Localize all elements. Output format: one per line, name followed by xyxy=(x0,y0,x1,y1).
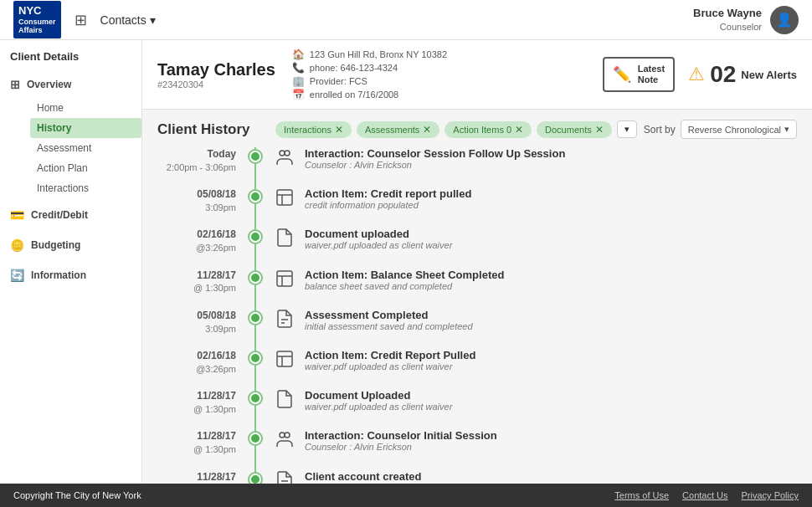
sidebar-item-overview[interactable]: ⊞ Overview xyxy=(0,71,141,98)
svg-point-14 xyxy=(285,433,290,438)
timeline-item: 11/28/17@ 1:30pm Document Uploaded waive… xyxy=(157,389,797,416)
event-content: Interaction: Counselor Initial Session C… xyxy=(261,429,797,454)
sidebar-item-information[interactable]: 🔄 Information xyxy=(0,262,141,289)
sidebar-sub-items-overview: Home History Assessment Action Plan Inte… xyxy=(0,98,141,198)
event-subtitle: initial assessment saved and completeed xyxy=(305,321,473,331)
timeline-item: 05/08/183:09pm Action Item: Credit repor… xyxy=(157,187,797,214)
client-phone-row: 📞 phone: 646-123-4324 xyxy=(292,62,447,74)
client-enrolled-row: 📅 enrolled on 7/16/2008 xyxy=(292,89,447,100)
avatar[interactable]: 👤 xyxy=(770,6,799,34)
event-content: Assessment Completed initial assessment … xyxy=(261,309,797,334)
event-title: Document Uploaded xyxy=(305,389,452,402)
history-header: Client History Interactions ✕ Assessment… xyxy=(157,110,797,147)
timeline-dot xyxy=(249,191,261,202)
event-icon xyxy=(275,147,295,172)
event-details: Document Uploaded waiver.pdf uploaded as… xyxy=(305,389,452,412)
sidebar-section-credit: 💳 Credit/Debit xyxy=(0,202,141,228)
timeline-dot xyxy=(249,231,261,243)
sidebar-item-label: Information xyxy=(31,269,86,281)
client-header: Tamay Charles #23420304 🏠 123 Gun Hill R… xyxy=(142,40,812,110)
sidebar-item-credit-debit[interactable]: 💳 Credit/Debit xyxy=(0,202,141,228)
sidebar-section-budgeting: 🪙 Budgeting xyxy=(0,232,141,259)
contacts-nav[interactable]: Contacts ▾ xyxy=(100,13,156,27)
history-controls: Interactions ✕ Assessments ✕ Action Item… xyxy=(275,120,797,139)
sidebar-sub-interactions[interactable]: Interactions xyxy=(30,178,141,198)
event-date: 02/16/18@3:26pm xyxy=(157,228,249,254)
client-name-section: Tamay Charles #23420304 xyxy=(157,60,275,90)
sidebar-sub-assessment[interactable]: Assessment xyxy=(30,138,141,158)
event-title: Client account created xyxy=(305,470,452,483)
grid-icon: ⊞ xyxy=(75,11,87,29)
terms-link[interactable]: Terms of Use xyxy=(614,490,669,500)
event-details: Interaction: Counselor Session Follow Up… xyxy=(305,147,565,170)
timeline-item: 05/08/183:09pm Assessment Completed init… xyxy=(157,309,797,335)
nav-left: NYC Consumer Affairs ⊞ Contacts ▾ xyxy=(13,1,156,38)
client-meta: 🏠 123 Gun Hill Rd, Bronx NY 10382 📞 phon… xyxy=(292,49,447,100)
event-subtitle: waiver.pdf uploaded as client waiver xyxy=(305,402,452,412)
svg-point-1 xyxy=(285,151,290,156)
timeline-item: 02/16/18@3:26pm Document uploaded waiver… xyxy=(157,228,797,254)
filter-interactions[interactable]: Interactions ✕ xyxy=(275,121,352,138)
event-icon xyxy=(275,269,295,294)
event-date: 11/28/17@ 1:30pm xyxy=(157,269,249,295)
timeline-dot xyxy=(249,352,261,364)
filter-documents[interactable]: Documents ✕ xyxy=(537,121,612,138)
user-role: Counselor xyxy=(693,21,762,33)
copyright: Copyright The City of New York xyxy=(13,490,141,500)
close-icon: ✕ xyxy=(423,124,431,136)
event-title: Action Item: Credit Report Pulled xyxy=(305,349,475,361)
event-subtitle: waiver.pdf uploaded as client waiver xyxy=(305,240,452,250)
contact-link[interactable]: Contact Us xyxy=(682,490,727,500)
alert-icon: ⚠ xyxy=(688,64,705,85)
sidebar-title: Client Details xyxy=(0,50,141,71)
close-icon: ✕ xyxy=(515,124,523,136)
close-icon: ✕ xyxy=(595,124,604,136)
event-title: Assessment Completed xyxy=(305,309,473,321)
event-icon xyxy=(275,309,295,334)
sidebar-item-label: Overview xyxy=(27,79,71,90)
svg-rect-2 xyxy=(277,190,292,205)
sidebar-item-label: Credit/Debit xyxy=(31,209,88,221)
filter-dropdown[interactable]: ▾ xyxy=(617,120,637,138)
sidebar-sub-home[interactable]: Home xyxy=(30,98,141,118)
top-navigation: NYC Consumer Affairs ⊞ Contacts ▾ Bruce … xyxy=(0,0,812,40)
event-date: 11/28/17@ 1:30pm xyxy=(157,429,249,456)
timeline-dot xyxy=(249,272,261,284)
filter-assessments[interactable]: Assessments ✕ xyxy=(357,121,439,138)
timeline-dot xyxy=(249,392,261,404)
event-icon xyxy=(275,389,295,414)
budgeting-icon: 🪙 xyxy=(10,238,24,252)
sidebar-sub-action-plan[interactable]: Action Plan xyxy=(30,158,141,178)
content-area: Tamay Charles #23420304 🏠 123 Gun Hill R… xyxy=(142,40,812,484)
latest-note-button[interactable]: ✏️ Latest Note xyxy=(603,57,675,92)
filter-action-items[interactable]: Action Items 0 ✕ xyxy=(445,121,532,138)
event-content: Client account created waiver.pdf upload… xyxy=(261,470,797,484)
client-enrolled: enrolled on 7/16/2008 xyxy=(310,90,398,100)
event-icon xyxy=(275,429,295,454)
client-id: #23420304 xyxy=(157,79,275,90)
timeline: Today2:00pm - 3:06pm Interaction: Counse… xyxy=(157,147,797,484)
sidebar-item-budgeting[interactable]: 🪙 Budgeting xyxy=(0,232,141,259)
provider-icon: 🏢 xyxy=(292,75,305,87)
information-icon: 🔄 xyxy=(10,269,24,282)
sort-dropdown[interactable]: Reverse Chronological ▾ xyxy=(681,120,797,139)
privacy-link[interactable]: Privacy Policy xyxy=(742,490,799,500)
filter-assessments-label: Assessments xyxy=(365,125,419,135)
timeline-item: 11/28/17@ 1:30pm Action Item: Balance Sh… xyxy=(157,269,797,295)
client-address: 123 Gun Hill Rd, Bronx NY 10382 xyxy=(310,49,447,59)
event-icon xyxy=(275,187,295,213)
timeline-item: Today2:00pm - 3:06pm Interaction: Counse… xyxy=(157,147,797,174)
timeline-item: 11/28/17@ 1:30pm Client account created … xyxy=(157,470,797,484)
timeline-dot xyxy=(249,474,261,484)
history-filters: Interactions ✕ Assessments ✕ Action Item… xyxy=(275,120,637,138)
sidebar-sub-history[interactable]: History xyxy=(30,118,141,138)
event-details: Action Item: Credit Report Pulled waiver… xyxy=(305,349,475,371)
event-title: Action Item: Credit report pulled xyxy=(305,187,471,200)
event-content: Action Item: Balance Sheet Completed bal… xyxy=(261,269,797,294)
user-info: Bruce Wayne Counselor xyxy=(693,7,762,33)
client-phone: phone: 646-123-4324 xyxy=(310,63,398,73)
sort-label: Sort by xyxy=(644,124,676,136)
alert-label: New Alerts xyxy=(741,69,797,81)
nav-right: Bruce Wayne Counselor 👤 xyxy=(693,6,799,34)
svg-point-13 xyxy=(280,433,285,438)
